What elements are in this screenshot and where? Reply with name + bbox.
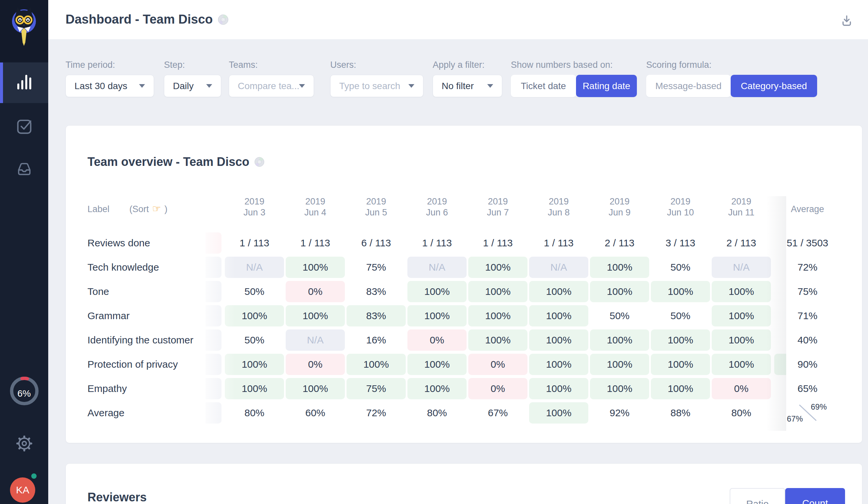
ticket-date-button[interactable]: Ticket date xyxy=(511,75,576,97)
row-label[interactable]: Tone xyxy=(87,281,109,302)
table-cell[interactable]: 1 / 113 xyxy=(286,232,345,254)
table-cell[interactable]: 100% xyxy=(347,354,406,375)
teams-combobox[interactable] xyxy=(229,75,314,97)
step-dropdown[interactable]: Daily xyxy=(164,75,221,97)
table-cell[interactable]: N/A xyxy=(286,329,345,351)
chevron-down-icon xyxy=(139,84,145,88)
table-cell[interactable]: 1 / 113 xyxy=(529,232,588,254)
table-cell[interactable]: 100% xyxy=(286,305,345,326)
table-cell[interactable]: 83% xyxy=(347,305,406,326)
table-cell[interactable]: 6 / 113 xyxy=(347,232,406,254)
row-label[interactable]: Protection of privacy xyxy=(87,354,178,375)
table-cell[interactable]: 60% xyxy=(286,402,345,423)
table-cell[interactable]: 75% xyxy=(347,378,406,399)
row-label[interactable]: Tech knowledge xyxy=(87,257,159,278)
table-cell[interactable]: 0% xyxy=(286,281,345,302)
table-cell[interactable]: 0% xyxy=(407,329,467,351)
user-avatar[interactable]: KA xyxy=(10,477,35,503)
apply-filter-dropdown[interactable]: No filter xyxy=(433,75,502,97)
table-cell[interactable]: 100% xyxy=(529,354,588,375)
table-cell[interactable]: N/A xyxy=(712,257,771,278)
table-cell[interactable]: 100% xyxy=(590,354,649,375)
table-cell[interactable]: 100% xyxy=(651,354,710,375)
table-cell[interactable]: 1 / 113 xyxy=(407,232,467,254)
table-cell[interactable]: 100% xyxy=(712,354,771,375)
table-cell[interactable]: 16% xyxy=(347,329,406,351)
table-cell[interactable]: 100% xyxy=(651,378,710,399)
table-cell[interactable]: 83% xyxy=(347,281,406,302)
table-cell[interactable]: 50% xyxy=(590,305,649,326)
download-button[interactable] xyxy=(837,11,856,30)
table-cell[interactable]: 100% xyxy=(529,402,588,423)
app-logo[interactable] xyxy=(0,0,48,62)
sidebar-item-settings[interactable] xyxy=(0,434,48,453)
table-cell[interactable]: 100% xyxy=(468,257,527,278)
sort-pointer-icon: ☞ xyxy=(152,204,161,214)
table-cell[interactable]: 100% xyxy=(529,305,588,326)
table-cell[interactable]: N/A xyxy=(407,257,467,278)
row-label[interactable]: Average xyxy=(87,402,124,423)
chevron-down-icon xyxy=(409,84,414,88)
table-cell[interactable]: 0% xyxy=(286,354,345,375)
table-cell[interactable]: 72% xyxy=(347,402,406,423)
teams-input[interactable] xyxy=(238,81,299,92)
table-cell[interactable]: 92% xyxy=(590,402,649,423)
table-cell[interactable]: 100% xyxy=(712,329,771,351)
sidebar-item-dashboard[interactable] xyxy=(0,63,48,103)
table-cell[interactable]: 50% xyxy=(651,257,710,278)
table-cell[interactable]: 100% xyxy=(712,281,771,302)
corner-bottom-left-value: 67% xyxy=(787,414,803,423)
table-cell[interactable]: 100% xyxy=(407,354,467,375)
message-based-button[interactable]: Message-based xyxy=(646,75,731,97)
table-cell[interactable]: 2 / 113 xyxy=(712,232,771,254)
table-cell[interactable]: 100% xyxy=(529,378,588,399)
table-cell[interactable]: 3 / 113 xyxy=(651,232,710,254)
table-cell[interactable]: 100% xyxy=(590,378,649,399)
table-cell[interactable]: 100% xyxy=(712,305,771,326)
table-cell[interactable]: 2 / 113 xyxy=(590,232,649,254)
users-combobox[interactable] xyxy=(330,75,423,97)
table-cell[interactable]: 80% xyxy=(712,402,771,423)
row-label[interactable]: Empathy xyxy=(87,378,127,399)
table-cell[interactable]: 100% xyxy=(590,257,649,278)
row-label[interactable]: Grammar xyxy=(87,305,130,326)
row-label[interactable]: Identifying the customer xyxy=(87,329,194,351)
table-cell[interactable]: 1 / 113 xyxy=(468,232,527,254)
table-cell[interactable]: 100% xyxy=(529,281,588,302)
table-cell[interactable]: 100% xyxy=(468,281,527,302)
rating-date-button[interactable]: Rating date xyxy=(576,75,637,97)
sidebar-item-inbox[interactable] xyxy=(0,160,48,178)
time-period-dropdown[interactable]: Last 30 days xyxy=(65,75,154,97)
category-based-button[interactable]: Category-based xyxy=(731,75,817,97)
table-cell[interactable]: 100% xyxy=(468,305,527,326)
table-cell[interactable]: 0% xyxy=(468,354,527,375)
table-cell[interactable]: 100% xyxy=(590,281,649,302)
table-cell[interactable]: 100% xyxy=(286,378,345,399)
table-cell[interactable]: 0% xyxy=(468,378,527,399)
average-value: 40% xyxy=(786,329,829,351)
table-cell[interactable]: 100% xyxy=(407,281,467,302)
gear-icon xyxy=(15,434,34,453)
table-cell[interactable]: 100% xyxy=(407,378,467,399)
table-cell[interactable]: 100% xyxy=(651,281,710,302)
row-label[interactable]: Reviews done xyxy=(87,232,150,254)
table-cell[interactable]: 100% xyxy=(529,329,588,351)
label-column-header[interactable]: Label (Sort ☞ ) xyxy=(87,204,168,214)
ratio-toggle-button[interactable]: Ratio xyxy=(730,488,785,504)
date-column-header: 2019Jun 10 xyxy=(651,196,710,218)
table-cell[interactable]: 100% xyxy=(286,257,345,278)
table-cell[interactable]: 80% xyxy=(407,402,467,423)
users-input[interactable] xyxy=(339,81,409,92)
table-cell[interactable]: 88% xyxy=(651,402,710,423)
table-cell[interactable]: 100% xyxy=(407,305,467,326)
table-cell[interactable]: 0% xyxy=(712,378,771,399)
table-cell[interactable]: 67% xyxy=(468,402,527,423)
sidebar-item-reviews[interactable] xyxy=(0,118,48,134)
table-cell[interactable]: 75% xyxy=(347,257,406,278)
table-cell[interactable]: 50% xyxy=(651,305,710,326)
table-cell[interactable]: N/A xyxy=(529,257,588,278)
table-cell[interactable]: 100% xyxy=(651,329,710,351)
count-toggle-button[interactable]: Count xyxy=(785,488,845,504)
table-cell[interactable]: 100% xyxy=(590,329,649,351)
table-cell[interactable]: 100% xyxy=(468,329,527,351)
